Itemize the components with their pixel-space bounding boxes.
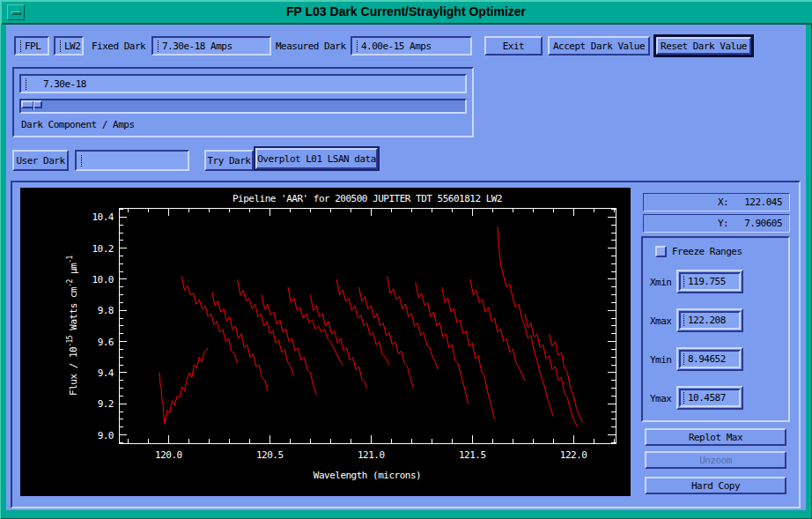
text-caret [26, 78, 27, 90]
measured-dark-value: 4.00e-15 Amps [361, 41, 432, 52]
svg-text:9.8: 9.8 [98, 305, 114, 316]
window-title: FP L03 Dark Current/Straylight Optimizer [0, 4, 812, 19]
measured-dark-field[interactable]: 4.00e-15 Amps [351, 36, 472, 56]
text-caret [683, 276, 685, 287]
freeze-ranges-row: Freeze Ranges [655, 246, 742, 257]
svg-text:10.4: 10.4 [92, 211, 114, 223]
try-dark-button[interactable]: Try Dark [204, 150, 254, 171]
user-dark-button[interactable]: User Dark [12, 150, 69, 171]
lw2-value: LW2 [64, 41, 80, 52]
svg-text:121.0: 121.0 [358, 449, 385, 461]
svg-text:Wavelength (microns): Wavelength (microns) [314, 470, 421, 481]
hard-copy-button[interactable]: Hard Copy [645, 477, 786, 494]
cursor-y-value: 7.90605 [744, 218, 782, 229]
xmax-label: Xmax [650, 315, 672, 327]
text-caret [81, 155, 83, 167]
svg-text:Flux / 10-15 Watts cm-2 μm-1: Flux / 10-15 Watts cm-2 μm-1 [66, 255, 79, 396]
accept-dark-value-button[interactable]: Accept Dark Value [548, 36, 650, 56]
ymax-label: Ymax [650, 393, 672, 404]
overplot-lsan-button[interactable]: Overplot L01 LSAN data [255, 148, 378, 169]
fpl-field[interactable]: FPL [14, 36, 49, 56]
svg-text:9.2: 9.2 [98, 398, 114, 410]
cursor-y-readout: Y: 7.90605 [643, 214, 790, 233]
replot-max-button[interactable]: Replot Max [645, 428, 786, 446]
measured-dark-label: Measured Dark [276, 41, 346, 52]
dark-component-value: 7.30e-18 [30, 78, 86, 90]
svg-text:9.6: 9.6 [98, 337, 114, 348]
text-caret [683, 392, 685, 404]
plot-canvas[interactable]: 120.0120.5121.0121.5122.09.09.29.49.69.8… [20, 188, 631, 496]
svg-text:Pipeline 'AAR' for 200500 JUPI: Pipeline 'AAR' for 200500 JUPITER TDT 55… [233, 193, 502, 204]
text-caret [357, 41, 358, 52]
cursor-y-label: Y: [718, 218, 728, 229]
svg-text:120.0: 120.0 [155, 449, 182, 461]
fixed-dark-value: 7.30e-18 Amps [162, 41, 233, 52]
svg-text:122.0: 122.0 [560, 449, 587, 461]
fixed-dark-field[interactable]: 7.30e-18 Amps [151, 36, 271, 56]
text-caret [20, 41, 22, 52]
dark-component-label: Dark Component / Amps [21, 119, 135, 130]
ymax-field[interactable]: 10.4587 [676, 386, 743, 410]
lw2-field[interactable]: LW2 [54, 36, 84, 56]
slider-thumb-groove [33, 101, 34, 110]
xmin-value: 119.755 [688, 276, 726, 287]
spectrum-plot: 120.0120.5121.0121.5122.09.09.29.49.69.8… [20, 188, 631, 496]
ymax-value: 10.4587 [688, 392, 726, 404]
svg-text:10.0: 10.0 [92, 274, 114, 285]
text-caret [683, 353, 685, 365]
freeze-ranges-label: Freeze Ranges [672, 246, 742, 257]
svg-text:9.4: 9.4 [98, 367, 114, 379]
svg-text:120.5: 120.5 [256, 449, 284, 461]
slider-thumb[interactable] [21, 100, 42, 108]
dark-component-field[interactable]: 7.30e-18 [19, 74, 467, 93]
cursor-x-value: 122.045 [744, 196, 782, 208]
text-caret [158, 41, 159, 52]
ymin-label: Ymin [650, 354, 672, 366]
text-caret [683, 315, 685, 326]
svg-text:9.0: 9.0 [98, 430, 114, 441]
dark-component-slider[interactable] [19, 99, 467, 114]
fixed-dark-label: Fixed Dark [92, 41, 145, 52]
svg-text:10.2: 10.2 [92, 243, 114, 255]
freeze-ranges-checkbox[interactable] [655, 246, 667, 257]
titlebar[interactable]: FP L03 Dark Current/Straylight Optimizer [0, 0, 812, 25]
xmin-field[interactable]: 119.755 [676, 270, 743, 293]
ymin-field[interactable]: 8.94652 [676, 347, 743, 371]
cursor-x-label: X: [718, 196, 728, 208]
xmin-label: Xmin [650, 277, 672, 288]
cursor-x-readout: X: 122.045 [643, 193, 790, 211]
exit-button[interactable]: Exit [484, 36, 543, 56]
fpl-value: FPL [25, 41, 41, 52]
user-dark-field[interactable] [75, 150, 189, 171]
xmax-field[interactable]: 122.208 [676, 308, 743, 332]
unzoom-button[interactable]: Unzoom [645, 451, 786, 469]
reset-dark-value-button[interactable]: Reset Dark Value [656, 37, 751, 55]
ymin-value: 8.94652 [688, 353, 726, 365]
svg-text:121.5: 121.5 [459, 449, 486, 461]
xmax-value: 122.208 [688, 315, 726, 326]
text-caret [60, 41, 62, 52]
app-window: FP L03 Dark Current/Straylight Optimizer… [0, 0, 812, 519]
